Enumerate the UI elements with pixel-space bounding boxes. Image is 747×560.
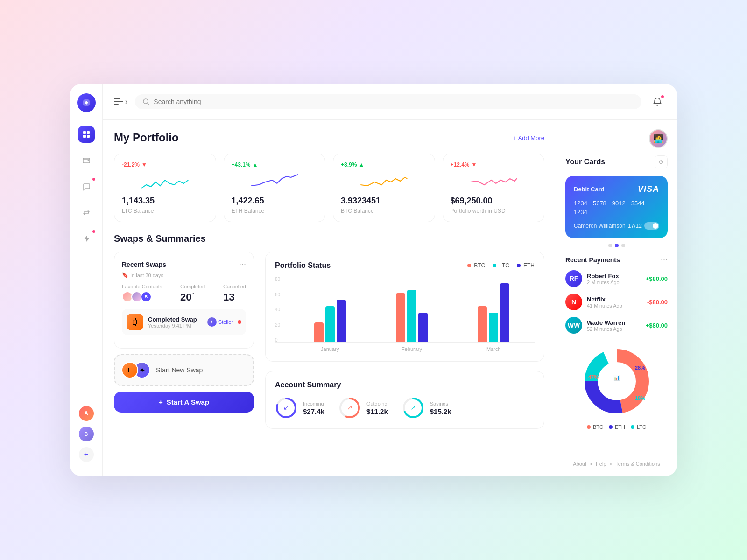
legend-btc: BTC <box>467 262 485 269</box>
sidebar-item-dashboard[interactable] <box>78 126 95 143</box>
red-dot-indicator <box>238 320 241 324</box>
svg-text:↗: ↗ <box>410 404 416 411</box>
portfolio-cards: -21.2% ▼ 1,143.35 LTC Balance <box>114 154 544 222</box>
usd-value: $69,250.00 <box>451 196 537 206</box>
sidebar-item-lightning[interactable] <box>78 231 95 247</box>
user-avatar-1[interactable]: A <box>79 406 94 421</box>
svg-rect-8 <box>114 101 123 102</box>
legend-ltc: LTC <box>493 262 509 269</box>
donut-area: 📊 47% 28% 18% BTC <box>565 344 668 437</box>
favorite-contacts-group: Favorite Contacts B <box>122 284 162 302</box>
account-summary-title: Account Summary <box>275 381 535 389</box>
summary-incoming: ↙ Incoming $27.4k <box>275 397 324 419</box>
sidebar-bottom: A B + <box>79 406 94 462</box>
add-user-button[interactable]: + <box>79 447 94 462</box>
about-link[interactable]: About <box>573 461 586 467</box>
label-jan: January <box>289 346 371 352</box>
chart-x-labels: January Feburary March <box>275 346 535 352</box>
bar-feb-ltc <box>407 290 416 342</box>
incoming-label: Incoming <box>303 401 324 406</box>
bar-jan-btc <box>314 322 324 342</box>
bar-chart-wrapper: 0 20 40 60 80 <box>275 277 535 352</box>
bar-group-feb <box>371 290 452 342</box>
bar-mar-eth <box>500 283 509 342</box>
start-new-swap-button[interactable]: ₿ ✦ Start New Swap <box>114 354 254 386</box>
completed-swap-item: ₿ Completed Swap Yesterday 9:41 PM ✦ Ste… <box>122 309 246 335</box>
payment-name-3: Wade Warren <box>587 319 641 326</box>
right-footer: About • Help • Terms & Conditions <box>565 455 668 467</box>
card-dot-2[interactable] <box>615 244 619 247</box>
incoming-info: Incoming $27.4k <box>303 401 324 415</box>
outgoing-label: Outgoing <box>366 401 388 406</box>
incoming-amount: $27.4k <box>303 407 324 415</box>
payment-info-3: Wade Warren 52 Minutes Ago <box>587 319 641 332</box>
bar-feb-eth <box>418 313 428 342</box>
sidebar-item-messages[interactable] <box>78 178 95 195</box>
payment-info-2: Netflix 41 Minutes Ago <box>587 296 642 308</box>
swaps-right-panel: Portfolio Status BTC LTC <box>265 252 544 429</box>
add-more-button[interactable]: + Add More <box>513 134 544 141</box>
payment-time-3: 52 Minutes Ago <box>587 326 641 332</box>
cards-settings-button[interactable]: ⊙ <box>655 155 668 168</box>
payment-avatar-1: RF <box>565 270 582 287</box>
payments-more-button[interactable]: ··· <box>661 255 668 265</box>
usd-label: Portfolio worth in USD <box>451 208 537 214</box>
card-type-label: Debit Card <box>574 186 605 193</box>
cancelled-count: 13 <box>223 291 246 303</box>
payment-avatar-3: WW <box>565 317 582 334</box>
visa-label: VISA <box>638 184 659 194</box>
your-cards-title: Your Cards <box>565 158 605 166</box>
completed-swap-time: Yesterday 9:41 PM <box>148 323 203 329</box>
app-logo[interactable] <box>77 93 96 112</box>
swaps-section: Recent Swaps ··· 🔖 In last 30 days Fav <box>114 252 544 429</box>
sidebar-item-swap[interactable] <box>78 204 95 221</box>
ltc-label: LTC Balance <box>122 208 208 214</box>
savings-amount: $15.2k <box>430 407 451 415</box>
notification-badge <box>660 94 665 99</box>
legend-dot-btc <box>467 264 471 267</box>
legend-dot-eth <box>517 264 521 267</box>
btc-chart <box>341 172 427 190</box>
label-mar: March <box>453 346 535 352</box>
svg-rect-3 <box>83 135 86 138</box>
notification-button[interactable] <box>649 93 666 110</box>
bar-jan-eth <box>337 300 346 342</box>
card-dot-3[interactable] <box>621 244 625 247</box>
payment-name-1: Robert Fox <box>587 273 641 280</box>
content-area: My Portfolio + Add More -21.2% ▼ <box>103 120 677 476</box>
svg-text:18%: 18% <box>634 395 645 401</box>
svg-rect-7 <box>114 98 120 99</box>
search-input[interactable] <box>154 98 634 105</box>
card-toggle[interactable] <box>644 222 659 230</box>
debit-card: Debit Card VISA 1234 5678 9012 3544 1234… <box>565 176 668 238</box>
menu-button[interactable]: › <box>114 98 127 106</box>
donut-chart: 📊 47% 28% 18% <box>579 344 654 419</box>
svg-text:↙: ↙ <box>283 404 289 411</box>
bar-mar-ltc <box>489 313 498 342</box>
user-avatar-2[interactable]: B <box>79 427 94 441</box>
terms-link[interactable]: Terms & Conditions <box>615 461 660 467</box>
payment-amount-3: +$80.00 <box>646 322 668 329</box>
card-dot-1[interactable] <box>608 244 612 247</box>
bar-group-jan <box>289 300 371 342</box>
label-feb: Feburary <box>371 346 452 352</box>
outgoing-info: Outgoing $11.2k <box>366 401 388 415</box>
ltc-change: -21.2% ▼ <box>122 161 208 168</box>
outgoing-circle: ↗ <box>338 397 361 419</box>
swap-card-more[interactable]: ··· <box>239 259 246 269</box>
portfolio-card-btc: +8.9% ▲ 3.9323451 BTC Balance <box>333 154 435 222</box>
btc-label: BTC Balance <box>341 208 427 214</box>
start-a-swap-button[interactable]: + Start A Swap <box>114 392 254 413</box>
recent-payments-title: Recent Payments <box>565 256 620 264</box>
card-number-row: 1234 5678 9012 3544 <box>574 200 659 207</box>
sidebar-item-wallet[interactable] <box>78 152 95 169</box>
sidebar: A B + <box>70 84 103 476</box>
legend-dot-ltc <box>493 264 496 267</box>
recent-swaps-card: Recent Swaps ··· 🔖 In last 30 days Fav <box>114 252 254 349</box>
eth-chart <box>232 172 318 190</box>
savings-label: Savings <box>430 401 451 406</box>
help-link[interactable]: Help <box>596 461 606 467</box>
payment-amount-2: -$80.00 <box>647 299 668 306</box>
user-avatar-header[interactable]: 🧑‍💻 <box>649 129 668 148</box>
donut-dot-eth <box>609 425 613 429</box>
